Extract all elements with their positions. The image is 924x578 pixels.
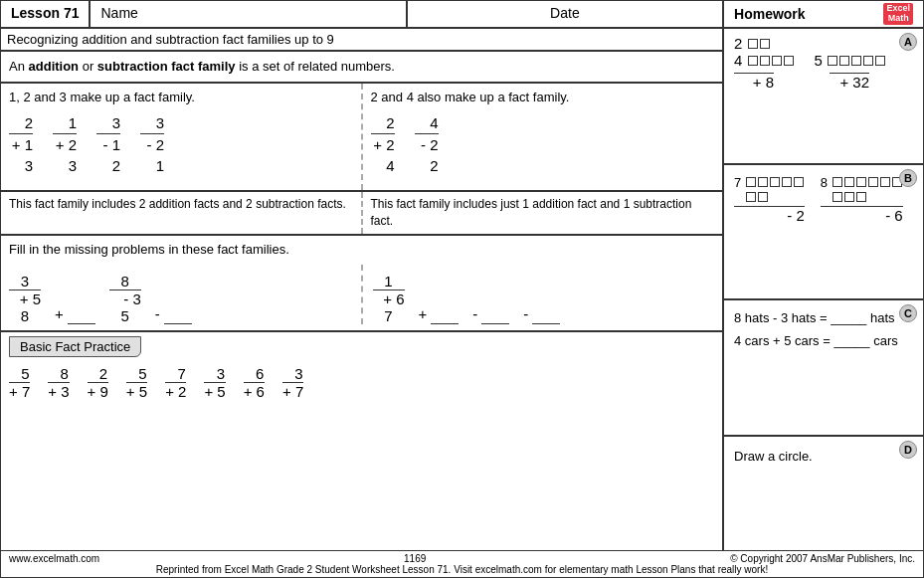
hw-b-p1: 7 7 - 2 (734, 175, 805, 224)
math-problem-5: 2 + 2 4 (371, 112, 395, 176)
example-right-subtitle: 2 and 4 also make up a fact family. (371, 90, 715, 104)
practice-right-p2: + (419, 304, 460, 324)
hw-c-line1: 8 hats - 3 hats = _____ hats (734, 310, 913, 325)
footer-left: www.excelmath.com (9, 553, 99, 564)
title-bar: Recognizing addition and subtraction fac… (1, 29, 722, 52)
hw-section-c-label: C (899, 304, 917, 322)
main-content: Recognizing addition and subtraction fac… (1, 29, 923, 550)
bfp-problems: 5 + 7 8 + 3 2 + 9 5 + 5 (9, 365, 714, 400)
bfp-p5: 7 + 2 (165, 365, 186, 400)
bfp-p6: 3 + 5 (204, 365, 225, 400)
hw-section-a-label: A (899, 33, 917, 51)
examples-section: 1, 2 and 3 make up a fact family. 2 + 1 … (1, 84, 722, 192)
example-left: 1, 2 and 3 make up a fact family. 2 + 1 … (1, 84, 363, 190)
bfp-section: Basic Fact Practice 5 + 7 8 + 3 2 + 9 (1, 332, 722, 406)
name-label: Name (91, 1, 407, 27)
math-problem-2: 1 + 2 3 (53, 112, 77, 176)
bfp-p1: 5 + 7 (9, 365, 30, 400)
math-problem-1: 2 + 1 3 (9, 112, 33, 176)
conclusion-section: This fact family includes 2 addition fac… (1, 192, 722, 236)
right-panel: A 2 4 5 + 8 + 32 (724, 29, 923, 550)
math-problem-6: 4 - 2 2 (415, 112, 439, 176)
date-label: Date (408, 1, 724, 27)
footer-center: 1169 (404, 553, 426, 564)
hw-section-c: C 8 hats - 3 hats = _____ hats 4 cars + … (724, 300, 923, 437)
hw-c-line2: 4 cars + 5 cars = _____ cars (734, 333, 913, 348)
conclusion-left: This fact family includes 2 addition fac… (1, 192, 363, 234)
practice-left-problems: 3 + 5 8 + 8 - (9, 273, 351, 324)
practice-section: Fill in the missing problems in these fa… (1, 236, 722, 332)
excel-math-logo: Excel Math (883, 3, 913, 25)
hw-section-b: B 7 7 - 2 8 8 - 6 (724, 165, 923, 301)
bfp-p7: 6 + 6 (244, 365, 265, 400)
left-content: Recognizing addition and subtraction fac… (1, 29, 724, 550)
example-right-problems: 2 + 2 4 4 - 2 2 (371, 112, 715, 176)
bfp-p8: 3 + 7 (282, 365, 303, 400)
footer-line1: www.excelmath.com 1169 © Copyright 2007 … (9, 553, 915, 564)
hw-section-b-problems: 7 7 - 2 8 8 - 6 (734, 175, 913, 224)
bfp-label: Basic Fact Practice (9, 336, 141, 357)
hw-a-p2: + 32 (830, 73, 869, 91)
hw-d-text: Draw a circle. (734, 449, 913, 464)
homework-label: Homework Excel Math (724, 1, 923, 27)
practice-right-problems: 1 + 6 7 + - (373, 273, 715, 324)
footer-right: © Copyright 2007 AnsMar Publishers, Inc. (730, 553, 915, 564)
hw-b-p2: 8 8 - 6 (821, 175, 903, 224)
footer-line2: Reprinted from Excel Math Grade 2 Studen… (9, 564, 915, 575)
hw-section-a: A 2 4 5 + 8 + 32 (724, 29, 923, 165)
hw-section-d: D Draw a circle. (724, 437, 923, 550)
math-problem-3: 3 - 1 2 (96, 112, 120, 176)
hw-section-a-problems: + 8 + 32 (734, 73, 913, 91)
hw-section-d-label: D (899, 441, 917, 459)
practice-right-p4: - (523, 304, 560, 324)
example-left-problems: 2 + 1 3 1 + 2 3 3 - 1 2 (9, 112, 353, 176)
example-left-subtitle: 1, 2 and 3 make up a fact family. (9, 90, 353, 104)
practice-right-p3: - (472, 304, 509, 324)
conclusion-right: This fact family includes just 1 additio… (363, 192, 723, 234)
lesson-label: Lesson 71 (1, 1, 91, 27)
practice-p4: - (155, 304, 192, 324)
footer: www.excelmath.com 1169 © Copyright 2007 … (1, 550, 923, 577)
practice-p2: + (55, 304, 95, 324)
definition-text: An addition or subtraction fact family i… (9, 58, 714, 76)
practice-instruction: Fill in the missing problems in these fa… (9, 242, 714, 257)
bfp-p4: 5 + 5 (126, 365, 147, 400)
bfp-p2: 8 + 3 (48, 365, 69, 400)
math-problem-4: 3 - 2 1 (140, 112, 164, 176)
definition-section: An addition or subtraction fact family i… (1, 52, 722, 84)
practice-right-p1: 1 + 6 7 (373, 273, 405, 324)
practice-p1: 3 + 5 8 (9, 273, 41, 324)
example-right: 2 and 4 also make up a fact family. 2 + … (363, 84, 723, 190)
practice-p3: 8 - 3 5 (109, 273, 141, 324)
header: Lesson 71 Name Date Homework Excel Math (1, 1, 923, 29)
bfp-p3: 2 + 9 (88, 365, 108, 400)
hw-section-b-label: B (899, 169, 917, 187)
hw-a-p1: + 8 (734, 73, 774, 91)
page-wrapper: Lesson 71 Name Date Homework Excel Math … (0, 0, 924, 578)
